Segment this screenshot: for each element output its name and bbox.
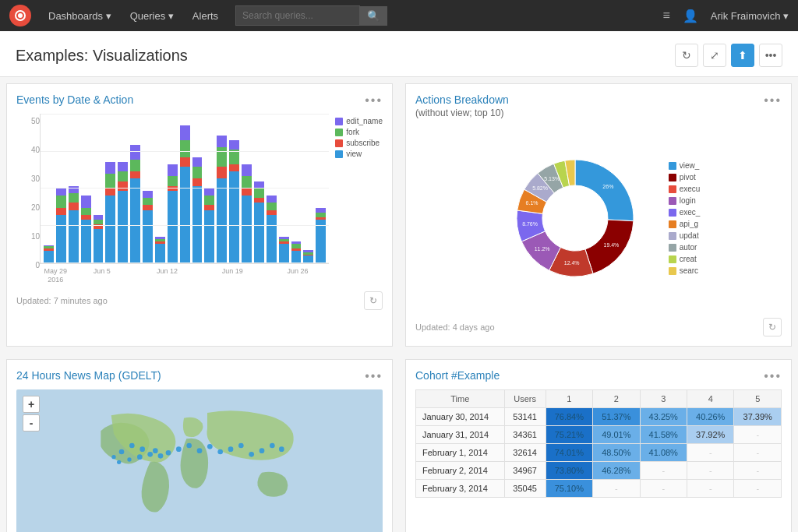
svg-point-10 <box>176 446 182 452</box>
cohort-val-cell: 73.80% <box>546 462 592 480</box>
svg-point-1 <box>18 13 23 18</box>
users-icon[interactable]: 👤 <box>683 9 698 23</box>
events-chart: 50 40 30 20 10 0 May 292016Jun 5J <box>16 114 383 285</box>
bar-segment-edit_name <box>192 157 203 167</box>
zoom-in-button[interactable]: + <box>23 396 40 413</box>
bar-group <box>267 117 277 263</box>
fullscreen-button[interactable]: ⤢ <box>703 44 726 67</box>
cohort-time-cell: January 30, 2014 <box>416 408 505 426</box>
share-button[interactable]: ⬆ <box>731 44 754 67</box>
bar-segment-view <box>204 210 214 263</box>
bar-segment-fork <box>105 174 115 188</box>
legend-item: view <box>335 150 383 158</box>
cohort-menu[interactable]: ••• <box>764 369 782 383</box>
cohort-time-cell: January 31, 2014 <box>416 426 505 444</box>
bar-group <box>217 117 227 263</box>
cohort-table-container: TimeUsers12345January 30, 20145314176.84… <box>415 389 782 498</box>
x-label: May 292016 <box>43 267 68 285</box>
bar-segment-view <box>229 171 239 262</box>
bar-segment-fork <box>69 193 79 203</box>
user-menu[interactable]: Arik Fraimovich ▾ <box>711 10 789 22</box>
map-menu[interactable]: ••• <box>365 369 383 383</box>
pie-legend-color <box>669 244 676 252</box>
table-row: February 1, 20143261474.01%48.50%41.08%-… <box>416 444 782 462</box>
slice-label: 19.4% <box>603 242 619 248</box>
zoom-out-button[interactable]: - <box>23 414 40 432</box>
pie-legend-label: pivot <box>680 173 696 181</box>
x-label: Jun 19 <box>201 267 264 285</box>
legend-label: subscribe <box>346 139 380 147</box>
widget-map: 24 Hours News Map (GDELT) ••• + - <box>6 359 393 532</box>
pie-legend-color <box>669 197 676 205</box>
events-menu[interactable]: ••• <box>365 93 383 107</box>
bar-segment-view <box>217 178 227 262</box>
pie-legend-item: searc <box>669 266 701 275</box>
svg-point-16 <box>238 443 244 449</box>
actions-refresh[interactable]: ↻ <box>763 318 782 336</box>
cohort-val-cell: - <box>593 480 640 498</box>
legend-label: edit_name <box>346 117 383 125</box>
bar-group <box>81 117 91 263</box>
search-button[interactable]: 🔍 <box>360 6 387 26</box>
pie-legend-item: view_ <box>669 161 701 170</box>
cohort-val-cell: 46.28% <box>593 462 640 480</box>
bar-group <box>118 117 128 263</box>
bar-segment-view <box>81 220 91 263</box>
refresh-button[interactable]: ↻ <box>675 44 698 67</box>
pie-legend-color <box>669 220 676 228</box>
table-row: February 3, 20143504575.10%---- <box>416 480 782 498</box>
bar-segment-view <box>267 215 277 263</box>
cohort-header-cell: 1 <box>546 390 592 408</box>
bar-segment-edit_name <box>242 164 252 176</box>
cohort-val-cell: 43.25% <box>640 408 687 426</box>
pie-legend-label: view_ <box>680 161 700 170</box>
nav-dashboards[interactable]: Dashboards ▾ <box>41 7 119 25</box>
bar-segment-view <box>279 244 289 263</box>
pie-legend-color <box>669 174 676 181</box>
legend-label: fork <box>346 128 359 136</box>
nav-queries[interactable]: Queries ▾ <box>122 7 182 25</box>
pie-legend-item: api_g <box>669 220 701 228</box>
svg-point-13 <box>207 444 213 449</box>
pie-legend-item: creat <box>669 255 701 263</box>
table-row: January 31, 20143436175.21%49.01%41.58%3… <box>416 426 782 444</box>
events-refresh[interactable]: ↻ <box>364 291 383 310</box>
pie-legend: view_pivotexeculoginexec_api_gupdatautor… <box>669 161 701 275</box>
svg-point-11 <box>186 443 192 449</box>
table-row: February 2, 20143496773.80%46.28%--- <box>416 462 782 480</box>
cohort-val-cell: 41.58% <box>640 426 687 444</box>
pie-legend-item: login <box>669 196 701 205</box>
brand-logo[interactable] <box>9 5 31 26</box>
bar-group <box>192 117 203 263</box>
pie-legend-color <box>669 209 676 217</box>
cohort-val-cell: - <box>734 480 782 498</box>
database-icon[interactable]: ≡ <box>662 9 669 23</box>
legend-item: fork <box>335 128 383 136</box>
bar-group <box>180 117 190 263</box>
bar-group <box>316 117 326 263</box>
svg-point-18 <box>260 448 265 453</box>
bar-segment-view <box>303 255 313 262</box>
widget-events-header: Events by Date & Action ••• <box>16 93 383 107</box>
cohort-users-cell: 35045 <box>504 480 546 498</box>
legend-color <box>335 129 343 136</box>
pie-legend-item: autor <box>669 243 701 252</box>
bar-segment-subscribe <box>118 181 128 191</box>
bar-group <box>291 117 302 263</box>
actions-footer: Updated: 4 days ago ↻ <box>415 318 782 336</box>
bar-segment-edit_name <box>204 188 214 196</box>
widget-actions: Actions Breakdown (without view; top 10)… <box>405 83 792 347</box>
bar-segment-fork <box>56 196 66 207</box>
svg-point-20 <box>279 446 284 452</box>
actions-menu[interactable]: ••• <box>764 93 782 107</box>
pie-legend-label: creat <box>680 255 697 263</box>
more-button[interactable]: ••• <box>759 44 782 67</box>
pie-legend-color <box>669 267 676 275</box>
bar-segment-view <box>291 251 302 262</box>
bar-segment-view <box>254 203 264 262</box>
search-input[interactable] <box>235 5 360 26</box>
slice-label: 8.76% <box>522 221 538 227</box>
svg-point-6 <box>147 452 153 457</box>
nav-alerts[interactable]: Alerts <box>185 7 226 25</box>
bar-segment-view <box>168 191 178 263</box>
